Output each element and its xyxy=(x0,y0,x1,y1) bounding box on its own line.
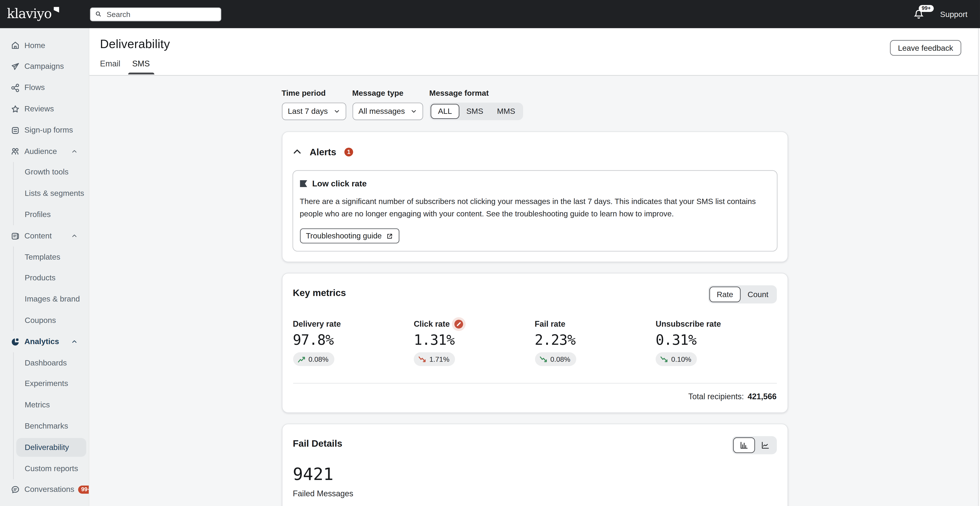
sidebar-item-sign-up-forms[interactable]: Sign-up forms xyxy=(0,120,89,141)
topbar-right: 99+ Support xyxy=(913,8,967,20)
users-icon xyxy=(11,147,20,156)
bar-chart-view-button[interactable] xyxy=(733,437,755,453)
sidebar-item-deliverability[interactable]: Deliverability xyxy=(16,438,86,457)
content-icon xyxy=(11,231,20,241)
klaviyo-logo[interactable]: klaviyo xyxy=(7,8,59,21)
alert-item-body: There are a significant number of subscr… xyxy=(300,196,767,220)
sidebar-item-flows[interactable]: Flows xyxy=(0,77,89,99)
sidebar-item-label: Lists & segments xyxy=(25,190,84,198)
sidebar-item-label: Reviews xyxy=(24,105,54,113)
sidebar-item-products[interactable]: Products xyxy=(13,268,89,289)
sidebar-item-label: Metrics xyxy=(25,401,50,409)
metric-value: 2.23% xyxy=(535,332,656,348)
sidebar-item-audience[interactable]: Audience xyxy=(0,141,89,162)
sidebar-item-reviews[interactable]: Reviews xyxy=(0,98,89,120)
sidebar-item-lists-segments[interactable]: Lists & segments xyxy=(13,183,89,204)
sidebar-item-experiments[interactable]: Experiments xyxy=(13,374,89,394)
fail-details-card: Fail Details 9421 Failed Messages xyxy=(282,424,788,506)
sidebar-item-metrics[interactable]: Metrics xyxy=(13,394,89,416)
view-option-count[interactable]: Count xyxy=(741,287,775,302)
search-input[interactable] xyxy=(105,9,216,19)
line-chart-icon xyxy=(760,441,770,450)
sidebar-item-home[interactable]: Home xyxy=(0,35,89,56)
time-period-select[interactable]: Last 7 days xyxy=(282,102,346,120)
search-icon xyxy=(95,11,102,18)
trend-up-icon xyxy=(297,356,305,362)
sidebar-item-conversations[interactable]: Conversations99+ xyxy=(0,479,89,500)
external-link-icon xyxy=(386,233,393,239)
line-chart-view-button[interactable] xyxy=(755,437,775,453)
send-icon xyxy=(11,62,20,72)
alerts-card: Alerts 1 Low click rate There are a sign… xyxy=(282,131,788,262)
star-icon xyxy=(11,104,20,114)
sidebar-item-label: Analytics xyxy=(24,338,59,345)
scrollbar-track[interactable] xyxy=(978,28,980,506)
form-icon xyxy=(11,126,20,135)
format-option-mms[interactable]: MMS xyxy=(490,104,522,119)
sidebar-subgroup: Growth toolsLists & segmentsProfiles xyxy=(13,162,89,225)
sidebar-item-label: Templates xyxy=(25,253,60,261)
sidebar-item-label: Growth tools xyxy=(25,169,68,176)
app-root: klaviyo 99+ Support HomeCampaignsFlowsRe… xyxy=(0,0,980,506)
format-option-sms[interactable]: SMS xyxy=(460,104,490,119)
filters: Time period Last 7 days Message type All… xyxy=(282,89,788,120)
conversations-badge: 99+ xyxy=(78,486,89,494)
sidebar-item-growth-tools[interactable]: Growth tools xyxy=(13,162,89,183)
view-option-rate[interactable]: Rate xyxy=(709,287,741,302)
metric-fail-rate: Fail rate2.23%0.08% xyxy=(535,319,656,366)
metric-delivery-rate: Delivery rate97.8%0.08% xyxy=(293,319,414,366)
metric-delta-value: 0.08% xyxy=(309,356,328,363)
troubleshooting-guide-label: Troubleshooting guide xyxy=(306,231,382,240)
sidebar-item-label: Deliverability xyxy=(25,444,69,451)
sidebar-item-benchmarks[interactable]: Benchmarks xyxy=(13,416,89,437)
notifications-button[interactable]: 99+ xyxy=(913,8,924,20)
trend-down-icon xyxy=(418,356,426,362)
topbar: klaviyo 99+ Support xyxy=(0,0,980,28)
alerts-count-badge: 1 xyxy=(344,147,353,156)
troubleshooting-guide-button[interactable]: Troubleshooting guide xyxy=(300,228,399,244)
sidebar-item-custom-reports[interactable]: Custom reports xyxy=(13,458,89,479)
bar-chart-icon xyxy=(739,441,748,450)
alert-item-title: Low click rate xyxy=(312,179,367,188)
sidebar-item-images-brand[interactable]: Images & brand xyxy=(13,289,89,310)
message-type-select[interactable]: All messages xyxy=(352,102,423,120)
content: Time period Last 7 days Message type All… xyxy=(89,76,980,506)
sidebar-nav: HomeCampaignsFlowsReviewsSign-up formsAu… xyxy=(0,35,89,500)
tab-sms[interactable]: SMS xyxy=(132,59,150,74)
sidebar-item-profiles[interactable]: Profiles xyxy=(13,204,89,225)
message-format-segmented: ALLSMSMMS xyxy=(429,102,523,120)
format-option-all[interactable]: ALL xyxy=(431,104,460,119)
key-metrics-title: Key metrics xyxy=(293,287,346,298)
sidebar-item-label: Home xyxy=(24,42,45,49)
klaviyo-flag-icon xyxy=(54,7,59,13)
metric-delta: 0.10% xyxy=(656,353,697,366)
metric-label: Fail rate xyxy=(535,319,565,329)
tab-email[interactable]: Email xyxy=(100,59,120,74)
filter-message-type: Message type All messages xyxy=(352,89,423,120)
leave-feedback-button[interactable]: Leave feedback xyxy=(890,40,961,56)
sidebar-item-label: Campaigns xyxy=(24,63,64,70)
sidebar-item-dashboards[interactable]: Dashboards xyxy=(13,352,89,374)
sidebar-item-coupons[interactable]: Coupons xyxy=(13,310,89,331)
sidebar-item-templates[interactable]: Templates xyxy=(13,247,89,268)
notifications-badge: 99+ xyxy=(919,5,934,12)
global-search[interactable] xyxy=(90,7,221,21)
sidebar-item-analytics[interactable]: Analytics xyxy=(0,331,89,352)
metric-click-rate: Click rate1.31%1.71% xyxy=(414,319,535,366)
flow-icon xyxy=(11,83,20,93)
time-period-value: Last 7 days xyxy=(288,107,328,116)
rate-count-toggle: RateCount xyxy=(708,286,776,303)
home-icon xyxy=(11,41,20,50)
chevron-up-icon xyxy=(292,147,302,156)
alerts-header: Alerts 1 xyxy=(292,147,777,157)
metric-label: Unsubscribe rate xyxy=(656,319,721,329)
metric-alert-icon[interactable] xyxy=(454,319,463,329)
sidebar-item-campaigns[interactable]: Campaigns xyxy=(0,56,89,77)
collapse-alerts-button[interactable] xyxy=(292,147,302,156)
trend-down-icon xyxy=(660,356,668,362)
support-link[interactable]: Support xyxy=(940,10,967,19)
sidebar-item-label: Custom reports xyxy=(25,464,78,472)
metric-value: 97.8% xyxy=(293,332,414,348)
sidebar-item-content[interactable]: Content xyxy=(0,225,89,247)
metric-label: Click rate xyxy=(414,319,450,329)
